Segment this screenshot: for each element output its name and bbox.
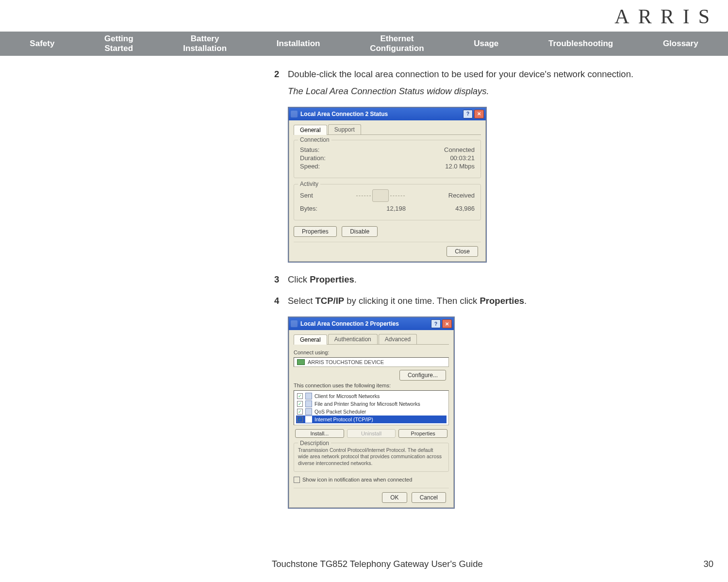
list-item-selected[interactable]: ✓Internet Protocol (TCP/IP) [296,416,447,423]
disable-button[interactable]: Disable [342,226,378,237]
network-activity-icon [372,189,389,202]
tab-authentication[interactable]: Authentication [328,334,378,344]
tab-general[interactable]: General [294,334,327,345]
ok-button[interactable]: OK [382,492,407,503]
connect-using-label: Connect using: [294,349,449,355]
bytes-received-value: 43,986 [455,205,475,212]
component-icon [305,400,312,407]
help-icon[interactable]: ? [463,110,473,118]
nav-glossary[interactable]: Glossary [663,39,698,49]
step-4-mid: by clicking it one time. Then click [344,296,480,306]
device-name: ARRIS TOUCHSTONE DEVICE [308,359,384,365]
bytes-label: Bytes: [300,205,317,212]
list-item[interactable]: ✓Client for Microsoft Networks [296,392,447,400]
dialog-titlebar[interactable]: Local Area Connection 2 Status ? ✕ [289,108,486,120]
window-icon [291,320,298,327]
nav-usage[interactable]: Usage [474,39,498,49]
activity-group: Activity Sent Received Bytes: 12,198 43,… [294,184,481,220]
status-value: Connected [444,146,475,153]
show-icon-label: Show icon in notification area when conn… [302,477,412,482]
tab-general[interactable]: General [294,125,327,135]
footer-title: Touchstone TG852 Telephony Gateway User'… [272,559,483,569]
checkbox-icon[interactable] [294,477,300,483]
nav-ethernet-configuration[interactable]: Ethernet Configuration [370,34,424,53]
component-icon [305,393,312,399]
device-field: ARRIS TOUCHSTONE DEVICE [294,357,449,367]
nav-getting-started[interactable]: Getting Started [104,34,133,53]
configure-button[interactable]: Configure... [399,370,446,381]
list-item-label: Internet Protocol (TCP/IP) [314,416,373,422]
activity-sent-label: Sent [300,192,313,199]
step-4-pre: Select [288,296,315,306]
step-3-bold: Properties [310,274,354,284]
duration-value: 00:03:21 [450,154,475,162]
checkbox-icon[interactable]: ✓ [297,409,303,415]
show-icon-checkbox-row[interactable]: Show icon in notification area when conn… [294,477,449,483]
page-number: 30 [703,559,713,569]
properties-button[interactable]: Properties [398,429,447,438]
speed-label: Speed: [300,163,320,170]
list-item[interactable]: ✓File and Printer Sharing for Microsoft … [296,400,447,408]
window-icon [291,111,298,117]
list-item-label: Client for Microsoft Networks [314,393,380,399]
close-icon[interactable]: ✕ [474,110,484,118]
uninstall-button: Uninstall [347,429,396,438]
component-icon [305,416,312,423]
close-icon[interactable]: ✕ [442,319,452,328]
dialog-title: Local Area Connection 2 Properties [300,320,430,327]
top-nav: Safety Getting Started Battery Installat… [0,32,728,56]
checkbox-icon[interactable]: ✓ [297,401,303,407]
step-4: 4 Select TCP/IP by clicking it one time.… [274,295,718,308]
brand-logo: ARRIS [614,5,718,28]
activity-group-label: Activity [298,181,320,187]
checkbox-icon[interactable]: ✓ [297,393,303,399]
dialog-title: Local Area Connection 2 Status [300,111,462,117]
step-2: 2 Double-click the local area connection… [274,68,718,98]
help-icon[interactable]: ? [431,319,441,328]
step-3-pre: Click [288,274,310,284]
component-icon [305,408,312,415]
install-button[interactable]: Install... [295,429,344,438]
duration-label: Duration: [300,154,326,162]
step-4-number: 4 [274,295,288,308]
description-text: Transmission Control Protocol/Internet P… [298,447,445,466]
dialog-titlebar[interactable]: Local Area Connection 2 Properties ? ✕ [289,317,454,330]
speed-value: 12.0 Mbps [445,163,475,170]
list-item[interactable]: ✓QoS Packet Scheduler [296,408,447,416]
nav-battery-installation[interactable]: Battery Installation [183,34,227,53]
step-4-post: . [524,296,527,306]
checkbox-icon[interactable]: ✓ [297,416,303,422]
activity-received-label: Received [448,192,475,199]
step-3-number: 3 [274,273,288,286]
cancel-button[interactable]: Cancel [412,492,446,503]
connection-group: Connection Status:Connected Duration:00:… [294,140,481,178]
page-footer: Touchstone TG852 Telephony Gateway User'… [0,559,728,569]
step-2-note: The Local Area Connection Status widow d… [288,85,718,98]
bytes-sent-value: 12,198 [337,205,455,212]
properties-button[interactable]: Properties [294,226,337,237]
step-3: 3 Click Properties. [274,273,718,286]
uses-items-label: This connection uses the following items… [294,382,449,388]
step-2-number: 2 [274,68,288,98]
list-item-label: File and Printer Sharing for Microsoft N… [314,401,420,407]
list-item-label: QoS Packet Scheduler [314,409,366,415]
description-group-label: Description [298,440,331,447]
lan-status-dialog: Local Area Connection 2 Status ? ✕ Gener… [288,107,487,263]
description-group: Description Transmission Control Protoco… [294,443,449,471]
step-4-bold2: Properties [480,296,525,306]
nic-icon [297,359,305,365]
status-label: Status: [300,146,319,153]
step-2-text: Double-click the local area connection t… [288,68,718,81]
tab-advanced[interactable]: Advanced [379,334,417,344]
step-4-bold1: TCP/IP [315,296,345,306]
nav-troubleshooting[interactable]: Troubleshooting [548,39,613,49]
step-3-post: . [354,274,357,284]
nav-installation[interactable]: Installation [277,39,320,49]
tab-support[interactable]: Support [328,124,361,134]
items-listbox[interactable]: ✓Client for Microsoft Networks ✓File and… [294,390,449,425]
lan-properties-dialog: Local Area Connection 2 Properties ? ✕ G… [288,316,455,508]
connection-group-label: Connection [298,136,331,143]
close-button[interactable]: Close [447,246,478,257]
nav-safety[interactable]: Safety [30,39,54,49]
